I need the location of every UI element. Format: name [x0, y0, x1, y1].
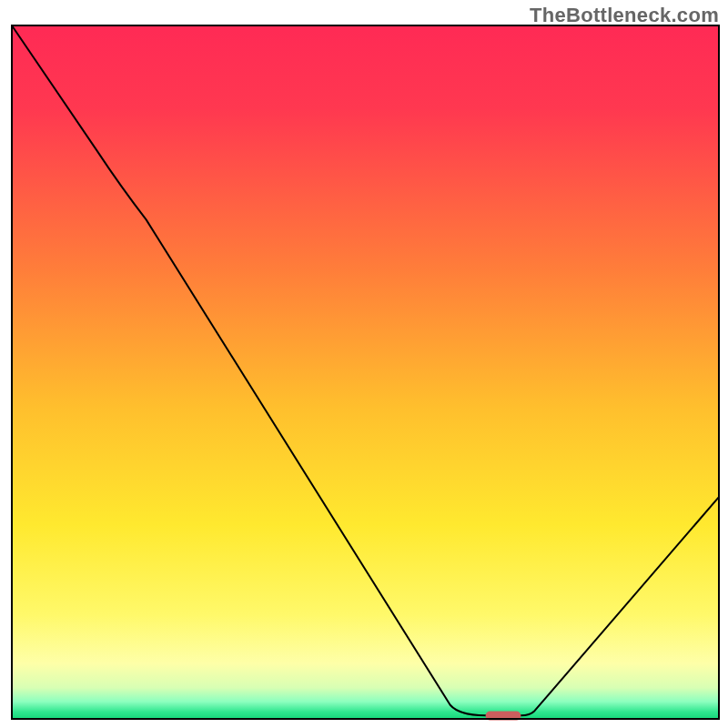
watermark-label: TheBottleneck.com	[530, 4, 719, 27]
plot-background	[12, 25, 719, 719]
bottleneck-chart	[0, 0, 728, 728]
chart-stage: TheBottleneck.com	[0, 0, 728, 728]
